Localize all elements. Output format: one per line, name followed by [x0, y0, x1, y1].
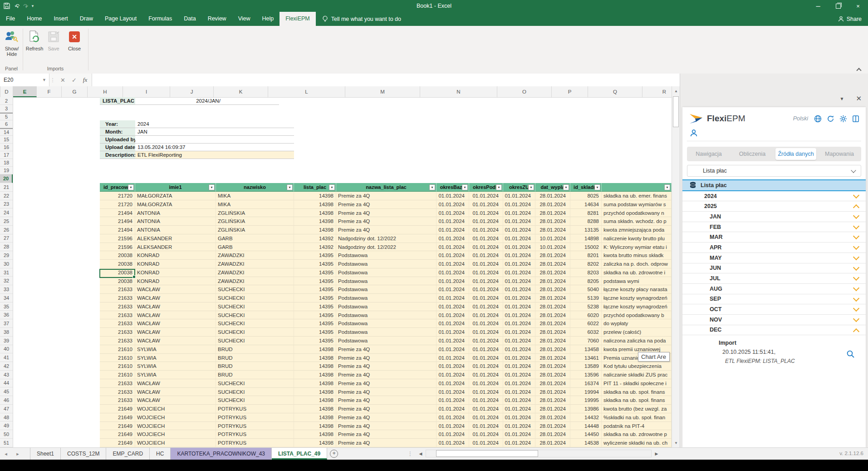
table-cell[interactable]: Premie za 4Q — [336, 388, 436, 397]
table-cell[interactable]: przelew (całość) — [602, 328, 672, 337]
table-cell[interactable]: łączne koszty wynagrodzeń — [602, 302, 672, 311]
ribbon-tab-view[interactable]: View — [232, 12, 256, 26]
table-cell[interactable]: 01.01.2024 — [436, 209, 469, 218]
table-cell[interactable]: 01.01.2024 — [469, 277, 503, 286]
filter-dropdown-icon[interactable]: ▼ — [209, 184, 215, 190]
table-cell[interactable]: 01.01.2024 — [436, 285, 469, 294]
table-cell[interactable]: składka na ub. emer. finans — [602, 192, 672, 200]
horizontal-scroll-thumb[interactable] — [436, 450, 538, 457]
row-header-33[interactable]: 33 — [0, 285, 13, 294]
row-header-32[interactable]: 32 — [0, 277, 13, 285]
tree-item-aug[interactable]: AUG — [682, 284, 866, 294]
table-cell[interactable]: Premie za 4Q — [336, 200, 436, 209]
table-cell[interactable]: WACŁAW — [135, 396, 216, 405]
horizontal-scroll-track[interactable] — [426, 450, 652, 457]
table-cell[interactable]: 14395 — [294, 337, 336, 345]
table-cell[interactable]: 5139 — [570, 294, 602, 302]
table-cell[interactable]: KONRAD — [135, 251, 216, 260]
table-cell[interactable]: 14398 — [294, 371, 336, 379]
upload-date-value[interactable]: 13.05.2024 16:09:37 — [135, 144, 294, 151]
row-header-24[interactable]: 24 — [0, 208, 13, 217]
table-cell[interactable]: 21720 — [100, 200, 135, 209]
row-header-20[interactable]: 20 — [0, 174, 13, 183]
table-cell[interactable]: MIKA — [216, 200, 294, 209]
row-header-17[interactable]: 17 — [0, 151, 13, 159]
table-cell[interactable]: 28.01.2024 — [535, 285, 570, 294]
table-cell[interactable]: 14398 — [294, 209, 336, 218]
scroll-left-icon[interactable]: ◀ — [416, 449, 426, 458]
table-cell[interactable]: 8281 — [570, 209, 602, 218]
filter-dropdown-icon[interactable]: ▼ — [329, 184, 335, 190]
filter-dropdown-icon[interactable]: ▼ — [528, 184, 534, 190]
table-cell[interactable]: 01.01.2024 — [469, 294, 503, 302]
column-header-E[interactable]: E — [13, 86, 37, 97]
ribbon-tab-file[interactable]: File — [0, 12, 21, 26]
table-cell[interactable]: 01.01.2024 — [436, 328, 469, 337]
table-cell[interactable]: 01.01.2024 — [436, 430, 469, 439]
row-header-30[interactable]: 30 — [0, 260, 13, 268]
table-cell[interactable]: 01.01.2024 — [469, 337, 503, 345]
table-cell[interactable]: MAŁGORZATA — [135, 200, 216, 209]
table-cell[interactable]: WACŁAW — [135, 328, 216, 337]
table-cell[interactable]: Podstawowa — [336, 251, 436, 260]
table-cell[interactable]: 01.01.2024 — [436, 354, 469, 362]
chevron-down-icon[interactable] — [853, 274, 859, 281]
insert-function-icon[interactable]: fx — [83, 76, 87, 84]
row-header-18[interactable]: 18 — [0, 159, 13, 167]
table-cell[interactable]: Podstawowa — [336, 268, 436, 277]
table-cell[interactable]: Premie za 4Q — [336, 422, 436, 431]
table-cell[interactable]: 01.01.2024 — [469, 268, 503, 277]
table-cell[interactable]: 01.01.2024 — [436, 413, 469, 422]
table-cell[interactable]: Podstawowa — [336, 294, 436, 302]
ribbon-tab-insert[interactable]: Insert — [48, 12, 74, 26]
vertical-scroll-thumb[interactable] — [673, 96, 679, 127]
table-cell[interactable]: WOJCIECH — [135, 413, 216, 422]
table-cell[interactable]: WACŁAW — [135, 379, 216, 388]
table-cell[interactable]: POTRYKUS — [216, 430, 294, 439]
scroll-down-icon[interactable]: ▼ — [672, 438, 680, 447]
table-cell[interactable]: 21633 — [100, 337, 135, 345]
table-cell[interactable]: 01.01.2024 — [436, 260, 469, 268]
table-cell[interactable]: Podstawowa — [336, 337, 436, 345]
table-cell[interactable]: ANTONIA — [135, 209, 216, 218]
table-cell[interactable]: 01.01.2024 — [469, 260, 503, 268]
table-cell[interactable]: kwota zmniejszająca poda — [602, 226, 672, 234]
table-cell[interactable]: 01.01.2024 — [436, 345, 469, 354]
table-cell[interactable]: 16374 — [570, 379, 602, 388]
table-cell[interactable]: 01.01.2024 — [469, 234, 503, 243]
row-header-34[interactable]: 34 — [0, 294, 13, 302]
table-cell[interactable]: WOJCIECH — [135, 439, 216, 447]
language-label[interactable]: Polski — [793, 115, 808, 122]
table-cell[interactable]: Premie za 4Q — [336, 345, 436, 354]
table-cell[interactable]: 01.01.2024 — [436, 234, 469, 243]
table-cell[interactable]: przychód opodatkowany n — [602, 209, 672, 218]
table-cell[interactable]: Premie za 4Q — [336, 379, 436, 388]
table-cell[interactable]: 01.01.2024 — [436, 388, 469, 397]
chevron-down-icon[interactable] — [853, 305, 859, 312]
filter-dropdown-icon[interactable]: ▼ — [664, 184, 670, 190]
table-cell[interactable]: 21720 — [100, 192, 135, 200]
table-cell[interactable]: 21649 — [100, 439, 135, 447]
row-header-6[interactable]: 6 — [0, 120, 13, 128]
table-cell[interactable]: 14398 — [294, 192, 336, 200]
table-cell[interactable]: Nadgodziny dot. 12/2022 — [336, 234, 436, 243]
table-cell[interactable]: 01.01.2024 — [469, 192, 503, 200]
table-cell[interactable]: K: Wyliczony wymiar etatu i — [602, 243, 672, 252]
table-cell[interactable]: 10.01.2024 — [535, 234, 570, 243]
table-cell[interactable]: 13458 — [570, 345, 602, 354]
table-cell[interactable]: 28.01.2024 — [535, 362, 570, 371]
tree-item-jul[interactable]: JUL — [682, 273, 866, 284]
table-cell[interactable]: 14398 — [294, 405, 336, 413]
table-cell[interactable]: 21494 — [100, 226, 135, 234]
table-cell[interactable]: 01.01.2024 — [503, 354, 535, 362]
table-cell[interactable]: 14398 — [294, 396, 336, 405]
refresh-button[interactable]: Refresh — [25, 28, 44, 66]
table-cell[interactable]: KONRAD — [135, 277, 216, 286]
name-box-dropdown-icon[interactable]: ▼ — [42, 78, 46, 82]
table-cell[interactable]: 14448 — [570, 422, 602, 431]
table-cell[interactable]: 14398 — [294, 413, 336, 422]
chevron-down-icon[interactable] — [853, 233, 859, 239]
pane-dropdown-icon[interactable]: ▼ — [840, 96, 844, 101]
row-header-19[interactable]: 19 — [0, 167, 13, 174]
table-cell[interactable]: WACŁAW — [135, 285, 216, 294]
